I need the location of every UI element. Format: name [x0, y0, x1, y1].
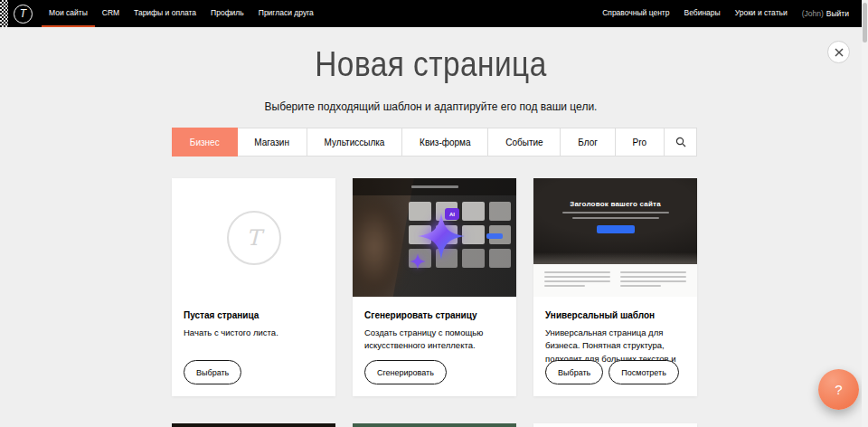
choose-universal-button[interactable]: Выбрать — [545, 360, 603, 384]
choose-blank-button[interactable]: Выбрать — [184, 360, 241, 384]
template-chooser-screen: T Мои сайты CRM Тарифы и оплата Профиль … — [0, 0, 868, 427]
universal-preview-button — [597, 225, 635, 233]
help-button[interactable]: ? — [818, 369, 859, 410]
topbar-nav-right: Справочный центр Вебинары Уроки и статьи… — [595, 0, 862, 27]
nav-webinars[interactable]: Вебинары — [676, 0, 727, 27]
tilda-logo-letter: T — [20, 7, 26, 20]
ai-preview-topbar — [353, 178, 516, 195]
template-card-ai-generate: AI Сгенерировать страницу Создать страни… — [353, 178, 516, 396]
close-icon — [835, 48, 844, 57]
tab-event[interactable]: Событие — [487, 128, 561, 157]
next-template-row — [172, 423, 697, 427]
card-title: Пустая страница — [184, 310, 324, 320]
template-card-partial-3 — [533, 423, 697, 427]
card-description: Начать с чистого листа. — [184, 327, 324, 339]
template-category-tabs: Бизнес Магазин Мультиссылка Квиз-форма С… — [172, 128, 697, 157]
tab-search[interactable] — [664, 128, 697, 157]
tab-business[interactable]: Бизнес — [172, 128, 238, 157]
template-card-grid: T Пустая страница Начать с чистого листа… — [172, 178, 697, 396]
scrollbar — [862, 0, 868, 427]
page-subtitle: Выберите подходящий шаблон и адаптируйте… — [0, 100, 862, 113]
template-card-blank: T Пустая страница Начать с чистого листа… — [172, 178, 335, 396]
ai-preview-blue-button — [486, 233, 503, 239]
generate-button[interactable]: Сгенерировать — [364, 360, 447, 384]
blank-template-preview: T — [172, 178, 335, 297]
page-title: Новая страница — [52, 45, 810, 84]
user-name: (John) — [802, 9, 824, 18]
ai-preview-photo — [353, 191, 407, 297]
nav-crm[interactable]: CRM — [95, 0, 127, 27]
universal-preview-title: Заголовок вашего сайта — [533, 178, 697, 208]
tab-shop[interactable]: Магазин — [237, 128, 307, 157]
tilda-logo-watermark-icon: T — [227, 211, 281, 265]
template-card-partial-2 — [353, 423, 516, 427]
universal-preview-text-section — [533, 264, 697, 297]
card-description: Создать страницу с помощью искусственног… — [364, 327, 505, 353]
close-button[interactable] — [827, 41, 850, 63]
nav-profile[interactable]: Профиль — [203, 0, 251, 27]
nav-help-center[interactable]: Справочный центр — [595, 0, 676, 27]
tab-multilink[interactable]: Мультиссылка — [307, 128, 403, 157]
help-question-icon: ? — [835, 382, 842, 397]
preview-universal-button[interactable]: Посмотреть — [609, 360, 679, 384]
ai-template-preview: AI — [353, 178, 516, 297]
template-card-partial-1 — [172, 423, 335, 427]
card-title: Сгенерировать страницу — [364, 310, 505, 320]
nav-invite-friend[interactable]: Пригласи друга — [251, 0, 321, 27]
nav-tariffs-payment[interactable]: Тарифы и оплата — [127, 0, 203, 27]
scrollbar-thumb[interactable] — [863, 3, 867, 43]
template-card-universal: Заголовок вашего сайта — [533, 178, 697, 396]
tilda-logo[interactable]: T — [14, 5, 33, 24]
logout-link[interactable]: Выйти — [826, 9, 849, 18]
search-icon — [675, 137, 686, 147]
universal-preview-hero: Заголовок вашего сайта — [533, 178, 697, 264]
topbar-pattern-decoration — [0, 0, 8, 27]
tab-quiz-form[interactable]: Квиз-форма — [401, 128, 488, 157]
ai-badge: AI — [445, 208, 459, 220]
tab-pro[interactable]: Pro — [615, 128, 665, 157]
topbar-nav-left: Мои сайты CRM Тарифы и оплата Профиль Пр… — [42, 0, 321, 27]
topbar: T Мои сайты CRM Тарифы и оплата Профиль … — [0, 0, 862, 27]
user-menu: (John) Выйти — [795, 0, 856, 27]
nav-lessons-articles[interactable]: Уроки и статьи — [728, 0, 795, 27]
tab-blog[interactable]: Блог — [560, 128, 615, 157]
nav-my-sites[interactable]: Мои сайты — [42, 0, 95, 27]
universal-template-preview: Заголовок вашего сайта — [533, 178, 697, 297]
card-title: Универсальный шаблон — [545, 310, 685, 320]
ai-sparkle-small-icon — [409, 252, 427, 270]
